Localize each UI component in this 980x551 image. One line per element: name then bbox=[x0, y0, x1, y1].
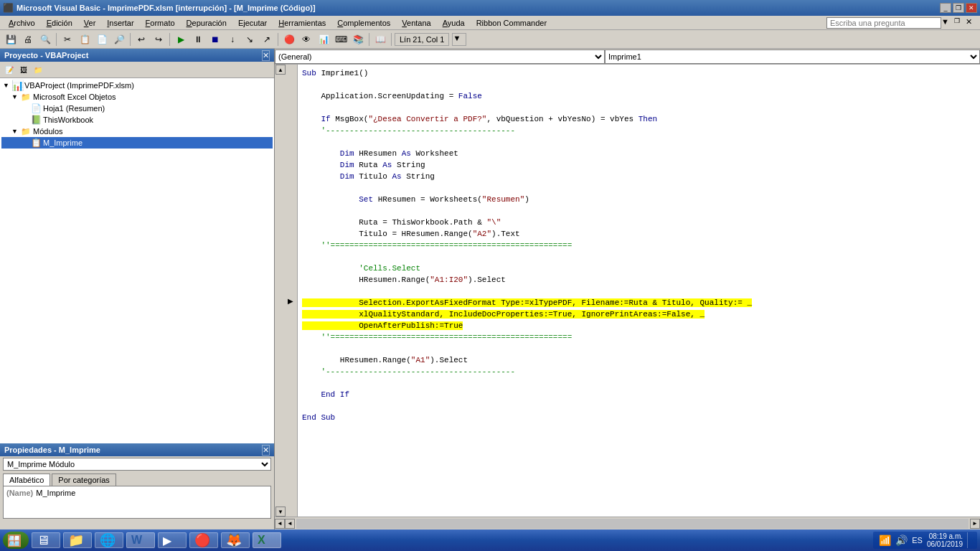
menu-formato[interactable]: Formato bbox=[140, 17, 181, 29]
menu-insertar[interactable]: Insertar bbox=[101, 17, 139, 29]
menu-ver[interactable]: Ver bbox=[78, 17, 102, 29]
menu-complementos[interactable]: Complementos bbox=[331, 17, 396, 29]
code-editor-container: ▲ ▼ ▶ Sub Imprime1() Application.ScreenU… bbox=[275, 65, 980, 517]
tb-immediate[interactable]: ⌨ bbox=[333, 32, 349, 47]
tb-find[interactable]: 🔎 bbox=[111, 32, 127, 47]
tray-icon-1: 📶 bbox=[879, 534, 891, 546]
menu-herramientas[interactable]: Herramientas bbox=[273, 17, 331, 29]
tb-step[interactable]: ↓ bbox=[225, 32, 240, 47]
project-close-btn[interactable]: ✕ bbox=[262, 50, 270, 61]
tray-clock: 08:19 a.m. 06/01/2019 bbox=[927, 532, 963, 548]
properties-panel: Propiedades - M_Imprime ✕ M_Imprime Módu… bbox=[0, 443, 274, 529]
thisworkbook-label: ThisWorkbook bbox=[43, 116, 93, 124]
menu-depuracion[interactable]: Depuración bbox=[181, 17, 232, 29]
tray-language: ES bbox=[912, 536, 923, 545]
tb-btn-extra2[interactable]: ↗ bbox=[259, 32, 275, 47]
project-toolbar: 📝 🖼 📁 bbox=[0, 62, 274, 78]
hscroll-track[interactable] bbox=[296, 519, 969, 529]
taskbar-item-firefox[interactable]: 🦊 bbox=[221, 532, 250, 548]
code-scope-dropdown[interactable]: (General) bbox=[275, 50, 605, 64]
tb-btn3[interactable]: 🔍 bbox=[37, 32, 53, 47]
excel-objects-label: Microsoft Excel Objetos bbox=[33, 93, 116, 101]
hscroll-right-btn[interactable]: ► bbox=[970, 519, 980, 529]
prop-row-name: (Name) M_Imprime bbox=[5, 488, 269, 498]
window-restore-btn[interactable]: ❐ bbox=[954, 17, 966, 29]
search-input[interactable] bbox=[826, 17, 941, 29]
proj-toggle-folders[interactable]: 📁 bbox=[32, 63, 44, 76]
menu-ejecutar[interactable]: Ejecutar bbox=[232, 17, 273, 29]
hoja1-label: Hoja1 (Resumen) bbox=[43, 104, 105, 113]
tb-copy[interactable]: 📋 bbox=[77, 32, 93, 47]
menu-ventana[interactable]: Ventana bbox=[396, 17, 436, 29]
tray-show-desktop[interactable] bbox=[967, 532, 971, 548]
vertical-scrollbar[interactable]: ▲ ▼ bbox=[275, 65, 286, 517]
proj-view-object[interactable]: 🖼 bbox=[17, 63, 30, 76]
folder-icon-modules: 📁 bbox=[20, 126, 32, 136]
tb-paste[interactable]: 📄 bbox=[94, 32, 110, 47]
properties-header: Propiedades - M_Imprime ✕ bbox=[0, 443, 274, 456]
taskbar-item-1[interactable]: 🖥 bbox=[32, 532, 60, 548]
menu-ribbon-commander[interactable]: Ribbon Commander bbox=[471, 17, 552, 29]
status-position: Lín 21, Col 1 bbox=[395, 33, 449, 46]
tb-watch[interactable]: 👁 bbox=[298, 32, 314, 47]
properties-close-btn[interactable]: ✕ bbox=[262, 445, 270, 456]
taskbar-item-ie[interactable]: 🌐 bbox=[95, 532, 123, 548]
taskbar-item-word[interactable]: W bbox=[126, 532, 155, 548]
code-text[interactable]: Sub Imprime1() Application.ScreenUpdatin… bbox=[298, 65, 980, 517]
properties-object-dropdown[interactable]: M_Imprime Módulo bbox=[3, 458, 271, 471]
tree-item-modules[interactable]: ▼ 📁 Módulos bbox=[1, 126, 273, 137]
proj-view-code[interactable]: 📝 bbox=[3, 63, 16, 76]
restore-button[interactable]: ❐ bbox=[953, 3, 964, 13]
code-proc-dropdown[interactable]: Imprime1 bbox=[605, 50, 980, 64]
search-dropdown-btn[interactable]: ▼ bbox=[941, 17, 953, 29]
main-layout: Proyecto - VBAProject ✕ 📝 🖼 📁 ▼ 📊 VBAPro… bbox=[0, 49, 980, 529]
menu-edicion[interactable]: Edición bbox=[41, 17, 78, 29]
scroll-up-btn[interactable]: ▲ bbox=[275, 65, 286, 75]
tree-item-vbaproject[interactable]: ▼ 📊 VBAProject (ImprimePDF.xlsm) bbox=[1, 80, 273, 91]
tb-pause[interactable]: ⏸ bbox=[190, 32, 206, 47]
tree-item-thisworkbook[interactable]: 📗 ThisWorkbook bbox=[1, 114, 273, 126]
tree-item-m-imprime[interactable]: 📋 M_Imprime bbox=[1, 137, 273, 149]
scroll-down-btn[interactable]: ▼ bbox=[275, 507, 286, 517]
prop-tab-categorias[interactable]: Por categorías bbox=[52, 474, 116, 486]
tb-locals[interactable]: 📊 bbox=[316, 32, 331, 47]
project-tree: ▼ 📊 VBAProject (ImprimePDF.xlsm) ▼ 📁 Mic… bbox=[0, 78, 274, 445]
project-header: Proyecto - VBAProject ✕ bbox=[0, 49, 274, 62]
minimize-button[interactable]: _ bbox=[940, 3, 951, 13]
window-title: Microsoft Visual Basic - ImprimePDF.xlsm… bbox=[17, 4, 940, 12]
tb-btn2[interactable]: 🖨 bbox=[20, 32, 36, 47]
code-bottom-bar: ◄ ◄ ► bbox=[275, 517, 980, 529]
taskbar-item-excel[interactable]: X bbox=[253, 532, 281, 548]
close-button[interactable]: ✕ bbox=[966, 3, 977, 13]
tree-item-excel-objects[interactable]: ▼ 📁 Microsoft Excel Objetos bbox=[1, 91, 273, 103]
properties-title: Propiedades - M_Imprime bbox=[4, 446, 100, 454]
taskbar-item-chrome[interactable]: 🔴 bbox=[189, 532, 218, 548]
tb-obj-browser[interactable]: 📖 bbox=[372, 32, 388, 47]
prop-tab-alfabetico[interactable]: Alfabético bbox=[3, 474, 50, 486]
tb-save[interactable]: 💾 bbox=[3, 32, 19, 47]
menu-ayuda[interactable]: Ayuda bbox=[437, 17, 471, 29]
taskbar-item-2[interactable]: 📁 bbox=[63, 532, 92, 548]
tb-undo[interactable]: ↩ bbox=[133, 32, 149, 47]
tb-stop[interactable]: ⏹ bbox=[207, 32, 223, 47]
left-panel: Proyecto - VBAProject ✕ 📝 🖼 📁 ▼ 📊 VBAPro… bbox=[0, 49, 275, 529]
project-panel: Proyecto - VBAProject ✕ 📝 🖼 📁 ▼ 📊 VBAPro… bbox=[0, 49, 274, 443]
project-title: Proyecto - VBAProject bbox=[4, 51, 88, 60]
code-area: (General) Imprime1 ▲ ▼ ▶ Sub Imprime1() … bbox=[275, 49, 980, 529]
hscroll-left2-btn[interactable]: ◄ bbox=[285, 519, 295, 529]
taskbar-item-media[interactable]: ▶ bbox=[158, 532, 187, 548]
system-tray: 📶 🔊 ES 08:19 a.m. 06/01/2019 bbox=[873, 532, 977, 549]
window-close-btn[interactable]: ✕ bbox=[966, 17, 977, 29]
tb-stack[interactable]: 📚 bbox=[350, 32, 366, 47]
execution-arrow: ▶ bbox=[288, 297, 293, 305]
tb-arrow-down[interactable]: ▼ bbox=[452, 33, 466, 46]
start-button[interactable]: 🪟 bbox=[3, 532, 29, 549]
tb-cut[interactable]: ✂ bbox=[60, 32, 75, 47]
menu-archivo[interactable]: Archivo bbox=[3, 17, 41, 29]
tb-run-icon[interactable]: ▶ bbox=[173, 32, 189, 47]
tb-redo[interactable]: ↪ bbox=[151, 32, 166, 47]
tree-item-hoja1[interactable]: 📄 Hoja1 (Resumen) bbox=[1, 103, 273, 114]
hscroll-left-btn[interactable]: ◄ bbox=[275, 519, 285, 529]
tb-btn-extra1[interactable]: ↘ bbox=[242, 32, 258, 47]
tb-breakpoint[interactable]: 🔴 bbox=[281, 32, 297, 47]
